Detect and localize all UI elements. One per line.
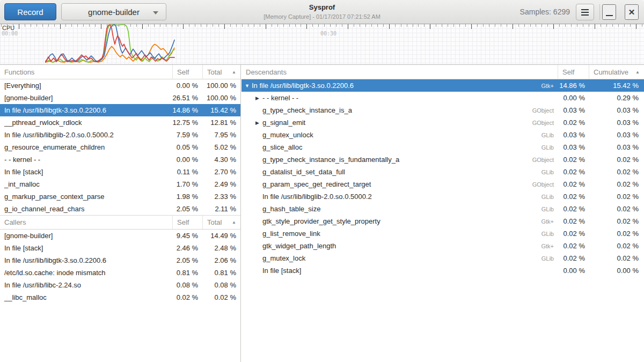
ruler-tick (630, 24, 631, 27)
tree-row[interactable]: In file [stack]0.00 %0.00 % (241, 264, 644, 277)
tree-row[interactable]: g_mutex_lockGLib0.02 %0.02 % (241, 252, 644, 264)
total-column-header[interactable]: Total ▲ (203, 65, 240, 79)
ruler-tick (348, 24, 348, 29)
self-value: 2.46 % (172, 244, 202, 252)
tree-row[interactable]: ▼In file /usr/lib/libgtk-3.so.0.2200.6Gt… (241, 79, 644, 92)
tree-row[interactable]: g_mutex_unlockGLib0.03 %0.03 % (241, 129, 644, 141)
ruler-tick (48, 24, 49, 27)
descendant-name: g_list_remove_link (262, 230, 320, 238)
ruler-tick (465, 24, 466, 27)
descendant-name: g_signal_emit (262, 119, 305, 127)
function-name: __libc_malloc (0, 293, 172, 301)
expander-open-icon[interactable]: ▼ (245, 83, 252, 88)
ruler-tick (477, 24, 478, 27)
total-value: 2.33 % (202, 193, 240, 201)
record-button[interactable]: Record (4, 3, 56, 20)
ruler-tick (618, 24, 619, 27)
ruler-tick (1, 24, 2, 27)
tree-row[interactable]: g_type_check_instance_is_aGObject0.03 %0… (241, 104, 644, 116)
table-row[interactable]: In file [stack]2.46 %2.48 % (0, 242, 240, 254)
table-row[interactable]: g_resource_enumerate_children0.05 %5.02 … (0, 141, 240, 153)
table-row[interactable]: [gnome-builder]9.45 %14.49 % (0, 230, 240, 242)
expander-closed-icon[interactable]: ▶ (255, 95, 262, 101)
callers-column-header[interactable]: Callers (0, 216, 173, 229)
self-value: 0.02 % (558, 205, 589, 213)
table-row[interactable]: In file [stack]0.11 %2.70 % (0, 166, 240, 178)
tree-row[interactable]: g_list_remove_linkGLib0.02 %0.02 % (241, 227, 644, 240)
table-row[interactable]: In file /usr/lib/libgtk-3.so.0.2200.614.… (0, 104, 240, 116)
descendant-name-cell: g_type_check_instance_is_fundamentally_a… (241, 156, 558, 164)
table-row[interactable]: __pthread_rwlock_rdlock12.75 %12.81 % (0, 116, 240, 129)
table-row[interactable]: In file /usr/lib/libgtk-3.so.0.2200.62.0… (0, 254, 240, 267)
tree-row[interactable]: gtk_style_provider_get_style_propertyGtk… (241, 215, 644, 227)
process-selector-dropdown[interactable]: gnome-builder (61, 3, 166, 20)
total-value: 12.81 % (202, 119, 240, 127)
ruler-tick (530, 24, 531, 27)
self-column-header[interactable]: Self (558, 65, 589, 79)
descendants-column-header[interactable]: Descendants (241, 65, 558, 79)
table-row[interactable]: __libc_malloc0.02 %0.02 % (0, 291, 240, 304)
tree-row[interactable]: gtk_widget_path_lengthGtk+0.02 %0.02 % (241, 240, 644, 252)
samples-count: Samples: 6299 (520, 8, 570, 16)
self-value: 14.86 % (558, 82, 589, 90)
self-value: 0.81 % (172, 269, 202, 277)
self-value: 0.11 % (172, 168, 202, 176)
ruler-tick (295, 24, 296, 27)
table-row[interactable]: g_io_channel_read_chars2.05 %2.11 % (0, 203, 240, 215)
ruler-tick (365, 24, 366, 27)
ruler-tick (507, 24, 507, 27)
library-badge: GLib (541, 144, 558, 151)
function-name: In file /usr/lib/libglib-2.0.so.0.5000.2 (0, 131, 172, 139)
minimize-button[interactable] (602, 4, 616, 20)
ruler-tick (595, 24, 595, 29)
cumulative-column-header[interactable]: Cumulative ▲ (589, 65, 644, 79)
functions-column-header[interactable]: Functions (0, 65, 173, 79)
self-column-header[interactable]: Self (173, 216, 203, 229)
table-row[interactable]: _int_malloc1.70 %2.49 % (0, 178, 240, 190)
cumulative-value: 0.00 % (589, 267, 644, 275)
ruler-tick (230, 24, 231, 27)
descendant-name: - - kernel - - (262, 94, 298, 102)
tree-row[interactable]: ▶g_signal_emitGObject0.02 %0.03 % (241, 116, 644, 129)
cumulative-value: 0.02 % (589, 254, 644, 262)
ruler-tick (25, 24, 25, 27)
ruler-tick (248, 24, 248, 27)
table-row[interactable]: [Everything]0.00 %100.00 % (0, 79, 240, 92)
table-row[interactable]: g_markup_parse_context_parse1.98 %2.33 % (0, 190, 240, 203)
self-column-header[interactable]: Self (173, 65, 203, 79)
library-badge: GObject (532, 181, 558, 188)
cpu-timeline-graph[interactable]: CPU 00:00 00:30 (0, 24, 644, 65)
ruler-tick (518, 24, 519, 27)
descendant-name-cell: g_mutex_lockGLib (241, 254, 558, 262)
tree-row[interactable]: g_type_check_instance_is_fundamentally_a… (241, 153, 644, 166)
ruler-tick (289, 24, 290, 27)
cpu-blue-line (46, 25, 174, 62)
ruler-tick (189, 24, 189, 27)
menu-button[interactable] (576, 4, 594, 20)
table-row[interactable]: - - kernel - -0.00 %4.30 % (0, 153, 240, 166)
expander-closed-icon[interactable]: ▶ (255, 120, 262, 125)
tree-row[interactable]: g_hash_table_sizeGLib0.02 %0.02 % (241, 203, 644, 215)
ruler-tick (254, 24, 254, 27)
chevron-down-icon (153, 11, 158, 14)
close-button[interactable]: ✕ (625, 4, 639, 20)
table-row[interactable]: In file /usr/lib/libglib-2.0.so.0.5000.2… (0, 129, 240, 141)
tree-row[interactable]: g_param_spec_get_redirect_targetGObject0… (241, 178, 644, 190)
ruler-tick (541, 24, 542, 27)
tree-row[interactable]: g_datalist_id_set_data_fullGLib0.02 %0.0… (241, 166, 644, 178)
tree-row[interactable]: ▶- - kernel - -0.00 %0.29 % (241, 92, 644, 104)
tree-row[interactable]: g_slice_allocGLib0.03 %0.03 % (241, 141, 644, 153)
descendant-name-cell: g_mutex_unlockGLib (241, 131, 558, 139)
descendant-name-cell: g_hash_table_sizeGLib (241, 205, 558, 213)
table-row[interactable]: /etc/ld.so.cache: inode mismatch0.81 %0.… (0, 267, 240, 279)
table-row[interactable]: [gnome-builder]26.51 %100.00 % (0, 92, 240, 104)
process-selector-label: gnome-builder (88, 8, 140, 17)
cumulative-value: 0.02 % (589, 242, 644, 250)
library-badge: GLib (541, 231, 558, 237)
ruler-tick (565, 24, 566, 27)
table-row[interactable]: In file /usr/lib/libc-2.24.so0.08 %0.08 … (0, 279, 240, 291)
tree-row[interactable]: In file /usr/lib/libglib-2.0.so.0.5000.2… (241, 190, 644, 203)
total-column-header[interactable]: Total ▲ (203, 216, 240, 229)
ruler-tick (260, 24, 260, 27)
total-value: 7.95 % (202, 131, 240, 139)
